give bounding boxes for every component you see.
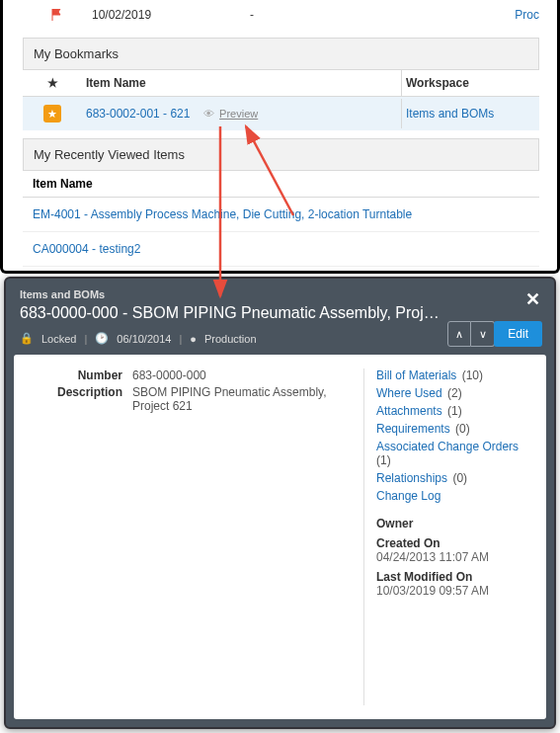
flag-icon xyxy=(23,9,92,21)
panel-date: 06/10/2014 xyxy=(117,333,171,345)
lock-icon: 🔒 xyxy=(20,332,34,345)
recent-col-name: Item Name xyxy=(33,177,93,191)
clock-icon: 🕑 xyxy=(95,332,109,345)
recent-header: My Recently Viewed Items xyxy=(23,138,539,171)
close-icon[interactable]: ✕ xyxy=(525,288,540,310)
circle-icon: ● xyxy=(190,333,197,345)
side-link-count: (0) xyxy=(449,471,467,485)
side-link[interactable]: Associated Change Orders xyxy=(376,440,519,453)
created-value: 04/24/2013 11:07 AM xyxy=(376,550,536,564)
owner-label: Owner xyxy=(376,517,536,530)
bookmarks-header: My Bookmarks xyxy=(23,38,539,70)
preview-panel: Items and BOMs ✕ 683-0000-000 - SBOM PIP… xyxy=(4,277,556,729)
side-link-count: (1) xyxy=(376,453,391,467)
next-button[interactable]: ∨ xyxy=(471,321,495,347)
modified-label: Last Modified On xyxy=(376,570,536,584)
locked-label: Locked xyxy=(41,333,76,345)
side-link-count: (2) xyxy=(444,386,462,400)
activity-dash: - xyxy=(250,8,515,22)
created-label: Created On xyxy=(376,536,536,550)
bookmark-row: ★ 683-0002-001 - 621 👁 Preview Items and… xyxy=(23,97,539,130)
panel-workspace: Items and BOMs xyxy=(20,288,540,300)
prev-button[interactable]: ∧ xyxy=(447,321,471,347)
edit-button[interactable]: Edit xyxy=(494,321,542,347)
recent-item-link[interactable]: EM-4001 - Assembly Process Machine, Die … xyxy=(33,207,412,221)
number-value: 683-0000-000 xyxy=(132,368,363,382)
side-link[interactable]: Where Used xyxy=(376,386,442,400)
star-icon: ★ xyxy=(23,70,82,96)
side-link[interactable]: Bill of Materials xyxy=(376,368,456,382)
side-link[interactable]: Relationships xyxy=(376,471,447,485)
col-workspace: Workspace xyxy=(401,70,539,96)
bookmark-star-icon[interactable]: ★ xyxy=(43,105,61,122)
workspace-link[interactable]: Items and BOMs xyxy=(406,107,494,121)
side-link-count: (1) xyxy=(444,404,462,418)
desc-value: SBOM PIPING Pneumatic Assembly, Project … xyxy=(132,385,363,413)
side-link[interactable]: Requirements xyxy=(376,422,450,436)
preview-link[interactable]: Preview xyxy=(219,108,258,120)
eye-icon[interactable]: 👁 xyxy=(203,108,214,120)
side-link-count: (0) xyxy=(452,422,470,436)
side-link[interactable]: Attachments xyxy=(376,404,442,418)
bookmark-link[interactable]: 683-0002-001 - 621 xyxy=(86,107,190,121)
side-link-count: (10) xyxy=(458,368,483,382)
modified-value: 10/03/2019 09:57 AM xyxy=(376,584,536,598)
col-item-name: Item Name xyxy=(82,70,401,96)
panel-title: 683-0000-000 - SBOM PIPING Pneumatic Ass… xyxy=(20,304,540,322)
activity-link[interactable]: Proc xyxy=(515,8,539,22)
activity-date: 10/02/2019 xyxy=(92,8,250,22)
activity-row: 10/02/2019 - Proc xyxy=(23,0,539,30)
desc-label: Description xyxy=(24,385,132,413)
number-label: Number xyxy=(24,368,132,382)
side-link[interactable]: Change Log xyxy=(376,489,440,503)
recent-item-link[interactable]: CA000004 - testing2 xyxy=(33,242,140,256)
panel-state: Production xyxy=(204,333,257,345)
